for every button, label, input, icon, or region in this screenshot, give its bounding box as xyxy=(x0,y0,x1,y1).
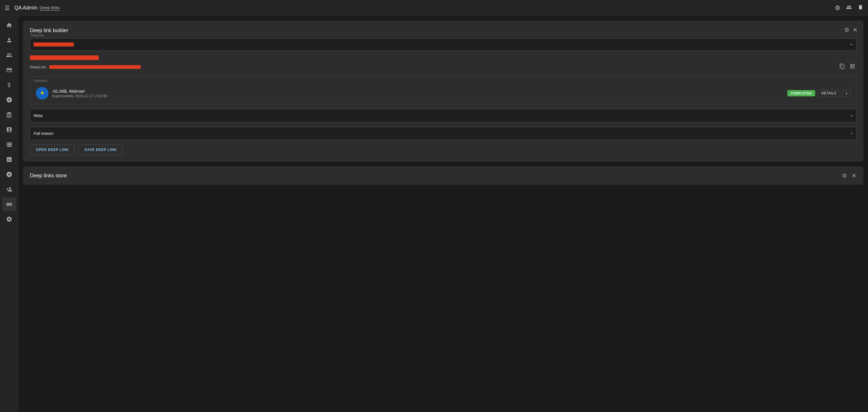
deeplink-redacted-url xyxy=(49,65,141,69)
store-close-icon[interactable]: ✕ xyxy=(851,172,857,179)
menu-icon[interactable]: ☰ xyxy=(5,5,10,11)
operation-name: -61.99$, Walmart xyxy=(52,89,784,94)
redacted-link-title xyxy=(30,55,99,60)
sidebar-item-task[interactable] xyxy=(2,123,16,136)
copy-icon[interactable] xyxy=(838,62,846,72)
sidebar-item-storage[interactable] xyxy=(2,138,16,152)
operation-info: -61.99$, Walmart Supermarkets, 2024-11-1… xyxy=(52,89,784,98)
delete-icon[interactable] xyxy=(858,4,863,12)
operation-section: Operation ✦ -61.99$, Walmart Supermarket… xyxy=(30,76,857,104)
meta-select[interactable]: Meta xyxy=(30,109,857,122)
sidebar-item-analytics[interactable] xyxy=(2,153,16,166)
panel-settings-icon[interactable]: ⚙ xyxy=(844,26,849,33)
redacted-section: DeepLink: xyxy=(30,55,857,72)
deeplink-label: DeepLink: xyxy=(30,65,47,69)
users-icon[interactable] xyxy=(846,4,852,12)
store-settings-icon[interactable]: ⚙ xyxy=(842,172,847,179)
operation-logo: ✦ xyxy=(36,87,49,100)
breadcrumb[interactable]: Deep links xyxy=(40,5,60,11)
fail-reason-field-group: Fail reason xyxy=(30,127,857,140)
deeplink-value-redacted xyxy=(49,65,836,69)
deep-link-select[interactable]: ▼ xyxy=(30,38,857,51)
status-badge: COMPLETED xyxy=(787,90,815,96)
store-panel-icons: ⚙ ✕ xyxy=(842,172,857,179)
sidebar-item-card[interactable] xyxy=(2,63,16,77)
sidebar-item-dollar[interactable] xyxy=(2,78,16,92)
redacted-title xyxy=(30,55,857,60)
settings-icon[interactable]: ⚙ xyxy=(835,4,840,12)
app-title: QA Admin xyxy=(14,5,37,11)
sidebar-item-group[interactable] xyxy=(2,48,16,62)
main-layout: Deep link builder ⚙ ✕ Deep link ▼ Deep xyxy=(0,16,868,412)
deeplink-row: DeepLink: xyxy=(30,62,857,72)
sidebar-item-add-circle[interactable] xyxy=(2,167,16,181)
deep-links-store-panel: Deep links store ⚙ ✕ xyxy=(23,166,863,185)
fail-reason-select[interactable]: Fail reason xyxy=(30,127,857,140)
walmart-star-icon: ✦ xyxy=(40,90,45,97)
topbar-icons: ⚙ xyxy=(835,4,863,12)
qr-icon[interactable] xyxy=(848,62,857,72)
panel-header-icons: ⚙ ✕ xyxy=(844,26,858,33)
deep-link-builder-panel: Deep link builder ⚙ ✕ Deep link ▼ Deep xyxy=(23,21,863,162)
sidebar-item-person-add[interactable] xyxy=(2,183,16,196)
content-area: Deep link builder ⚙ ✕ Deep link ▼ Deep xyxy=(19,16,868,412)
topbar: ☰ QA Admin Deep links ⚙ xyxy=(0,0,868,16)
sidebar-item-bank[interactable] xyxy=(2,108,16,122)
sidebar-item-cashback[interactable] xyxy=(2,93,16,107)
deep-links-store-title: Deep links store xyxy=(30,173,67,179)
open-deep-link-button[interactable]: OPEN DEEP LINK xyxy=(30,145,75,155)
deep-link-label: Deep link xyxy=(30,34,857,37)
sidebar-item-person[interactable] xyxy=(2,33,16,47)
operation-meta: Supermarkets, 2024-11-17 17:23:50 xyxy=(52,94,784,98)
deep-link-dropdown-arrow: ▼ xyxy=(850,43,853,46)
action-buttons: OPEN DEEP LINK SAVE DEEP LINK xyxy=(30,145,857,155)
save-deep-link-button[interactable]: SAVE DEEP LINK xyxy=(79,145,123,155)
meta-field-group: Meta xyxy=(30,109,857,122)
deep-link-field-group: Deep link ▼ xyxy=(30,34,857,51)
details-button[interactable]: DETAILS xyxy=(817,90,840,97)
details-dropdown-button[interactable]: ▼ xyxy=(842,90,850,97)
operation-label: Operation xyxy=(31,78,855,84)
deep-link-redacted-value xyxy=(34,42,74,46)
operation-actions: COMPLETED DETAILS ▼ xyxy=(787,90,850,97)
sidebar xyxy=(0,16,19,412)
sidebar-item-settings[interactable] xyxy=(2,212,16,226)
sidebar-item-home[interactable] xyxy=(2,19,16,32)
panel-title: Deep link builder xyxy=(30,28,68,33)
panel-close-icon[interactable]: ✕ xyxy=(853,26,858,33)
meta-select-wrapper: Meta xyxy=(30,109,857,122)
operation-card: ✦ -61.99$, Walmart Supermarkets, 2024-11… xyxy=(31,84,855,103)
sidebar-item-link[interactable] xyxy=(2,197,16,211)
fail-reason-select-wrapper: Fail reason xyxy=(30,127,857,140)
